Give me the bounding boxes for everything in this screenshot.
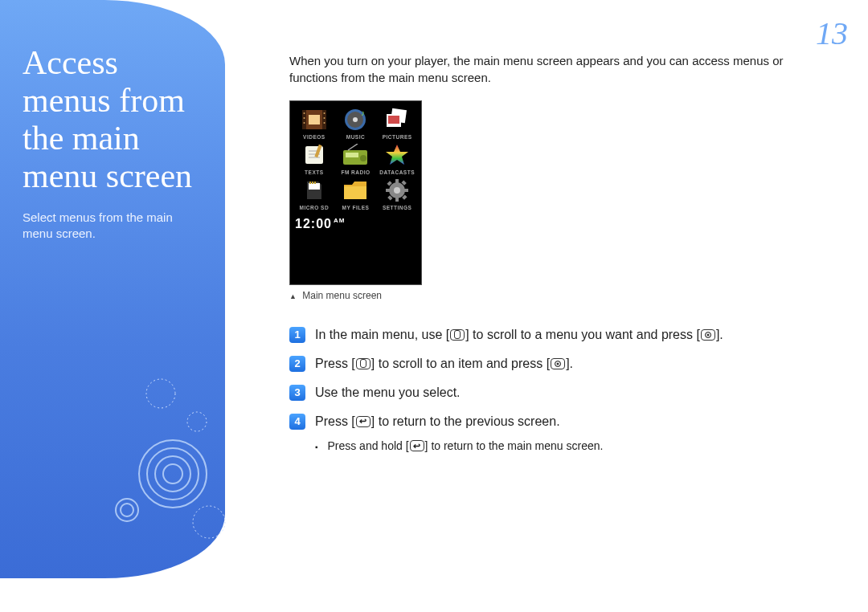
clock-time: 12:00 (295, 217, 332, 231)
svg-rect-32 (346, 153, 358, 157)
svg-point-21 (353, 117, 358, 122)
sidebar-title: Access menus from the main menu screen (23, 44, 203, 195)
step1-part-c: ]. (716, 328, 723, 341)
menu-pictures: PICTURES (378, 108, 416, 140)
device-screenshot: VIDEOS ♪ MUSIC PICTURES TEXTS (289, 100, 422, 285)
svg-rect-46 (404, 189, 408, 192)
cd-icon: ♪ (341, 108, 370, 132)
step-4: 4 Press [] to return to the previous scr… (289, 412, 820, 431)
step-1: 1 In the main menu, use [] to scroll to … (289, 325, 820, 345)
menu-videos: VIDEOS (295, 108, 334, 140)
content-area: When you turn on your player, the main m… (289, 52, 820, 455)
menu-label: MUSIC (346, 134, 365, 140)
menu-label: DATACASTS (379, 169, 415, 175)
menu-fmradio: FM RADIO (337, 143, 375, 175)
menu-music: ♪ MUSIC (337, 108, 375, 140)
menu-label: MY FILES (342, 205, 370, 210)
svg-point-42 (394, 187, 400, 194)
svg-point-17 (323, 117, 325, 119)
menu-microsd: MICRO SD (295, 178, 334, 210)
sidebar: Access menus from the main menu screen S… (0, 0, 225, 578)
step2-part-a: Press [ (315, 357, 355, 370)
sub-part-b: ] to return to the main menu screen. (425, 439, 604, 452)
svg-point-14 (303, 117, 305, 119)
step2-part-b: ] to scroll to an item and press [ (371, 357, 550, 370)
svg-rect-45 (386, 189, 390, 192)
step3-text: Use the menu you select. (315, 383, 820, 402)
step-number-4: 4 (289, 414, 305, 430)
menu-label: MICRO SD (300, 205, 330, 210)
select-button-icon (701, 329, 715, 341)
step1-part-a: In the main menu, use [ (315, 328, 449, 341)
step4-sub-bullet: Press and hold [] to return to the main … (315, 438, 820, 455)
scroll-button-icon (450, 329, 465, 341)
menu-label: VIDEOS (303, 134, 326, 140)
steps-list: 1 In the main menu, use [] to scroll to … (289, 325, 820, 455)
step-2: 2 Press [] to scroll to an item and pres… (289, 354, 820, 373)
page-number: 13 (816, 14, 848, 52)
menu-settings: SETTINGS (378, 178, 416, 210)
menu-myfiles: MY FILES (337, 178, 375, 210)
clock-ampm: AM (334, 217, 345, 224)
intro-text: When you turn on your player, the main m… (289, 52, 820, 86)
step2-part-c: ]. (566, 357, 573, 370)
step-number-1: 1 (289, 327, 305, 343)
star-icon (383, 143, 411, 167)
step4-part-b: ] to return to the previous screen. (371, 414, 560, 428)
svg-rect-38 (312, 182, 313, 184)
svg-rect-25 (388, 116, 399, 124)
device-clock: 12:00AM (295, 217, 416, 231)
gear-icon (383, 178, 411, 202)
svg-rect-40 (344, 186, 366, 199)
folder-icon (341, 178, 370, 202)
notepad-icon (300, 143, 329, 167)
sdcard-icon (300, 178, 329, 202)
svg-marker-35 (386, 145, 408, 165)
menu-texts: TEXTS (295, 143, 334, 175)
menu-label: TEXTS (305, 169, 323, 175)
radio-icon (341, 143, 370, 167)
select-button-icon (551, 358, 565, 369)
svg-point-33 (360, 155, 366, 161)
step4-part-a: Press [ (315, 414, 355, 428)
step-3: 3 Use the menu you select. (289, 383, 820, 402)
step-number-3: 3 (289, 385, 305, 401)
sub-part-a: Press and hold [ (327, 439, 408, 452)
menu-label: FM RADIO (341, 169, 370, 175)
svg-point-13 (303, 112, 305, 114)
svg-rect-12 (309, 115, 320, 124)
back-button-icon (356, 416, 371, 427)
scroll-button-icon (356, 358, 371, 369)
svg-text:♪: ♪ (361, 108, 365, 117)
svg-rect-37 (309, 182, 311, 184)
sidebar-subtitle: Select menus from the main menu screen. (23, 210, 203, 243)
photos-icon (383, 108, 411, 132)
film-icon (300, 108, 329, 132)
menu-label: SETTINGS (383, 205, 412, 210)
back-button-icon (410, 440, 424, 451)
svg-rect-43 (395, 179, 399, 183)
svg-rect-36 (309, 183, 320, 190)
svg-rect-39 (314, 182, 316, 184)
step-number-2: 2 (289, 356, 305, 372)
step1-part-b: ] to scroll to a menu you want and press… (465, 328, 700, 341)
svg-rect-44 (395, 198, 399, 202)
menu-label: PICTURES (383, 134, 412, 140)
svg-point-16 (323, 112, 325, 114)
device-caption: Main menu screen (289, 290, 820, 301)
svg-line-34 (348, 144, 358, 150)
svg-point-18 (323, 122, 325, 124)
svg-point-15 (303, 122, 305, 124)
menu-datacasts: DATACASTS (378, 143, 416, 175)
